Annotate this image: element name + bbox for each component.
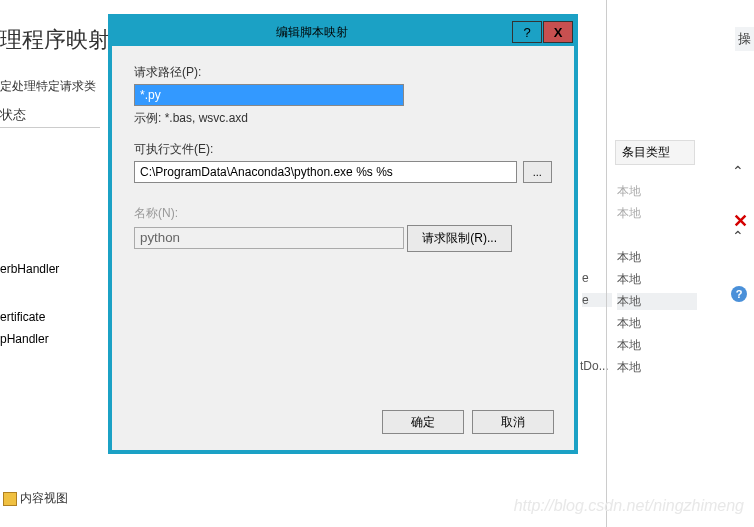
browse-button[interactable]: ...	[523, 161, 552, 183]
dialog-title: 编辑脚本映射	[112, 24, 512, 41]
handler-row[interactable]: pHandler	[0, 332, 49, 346]
ok-button[interactable]: 确定	[382, 410, 464, 434]
edit-script-mapping-dialog: 编辑脚本映射 ? X 请求路径(P): 示例: *.bas, wsvc.axd …	[108, 14, 578, 454]
table-cell: e	[582, 271, 589, 285]
executable-label: 可执行文件(E):	[134, 141, 552, 158]
page-title: 理程序映射	[0, 25, 110, 55]
handler-row[interactable]: erbHandler	[0, 262, 59, 276]
name-label: 名称(N):	[134, 205, 552, 222]
close-icon[interactable]: ✕	[733, 210, 748, 232]
watermark: http://blog.csdn.net/ningzhimeng	[514, 497, 744, 515]
request-limit-button[interactable]: 请求限制(R)...	[407, 225, 512, 252]
cancel-button[interactable]: 取消	[472, 410, 554, 434]
dialog-close-button[interactable]: X	[543, 21, 573, 43]
executable-input[interactable]	[134, 161, 517, 183]
folder-icon	[3, 492, 17, 506]
request-path-hint: 示例: *.bas, wsvc.axd	[134, 110, 552, 127]
dialog-titlebar: 编辑脚本映射 ? X	[112, 18, 574, 46]
right-panel-title: 操	[735, 27, 754, 51]
table-cell: tDo...	[580, 359, 609, 373]
dialog-help-button[interactable]: ?	[512, 21, 542, 43]
help-icon[interactable]: ?	[731, 286, 747, 302]
content-view-link[interactable]: 内容视图	[3, 490, 68, 507]
request-path-label: 请求路径(P):	[134, 64, 552, 81]
handler-row[interactable]: ertificate	[0, 310, 45, 324]
status-label: 状态	[0, 106, 100, 128]
page-subtitle: 定处理特定请求类	[0, 78, 96, 95]
request-path-input[interactable]	[134, 84, 404, 106]
content-view-label: 内容视图	[20, 490, 68, 507]
name-input	[134, 227, 404, 249]
